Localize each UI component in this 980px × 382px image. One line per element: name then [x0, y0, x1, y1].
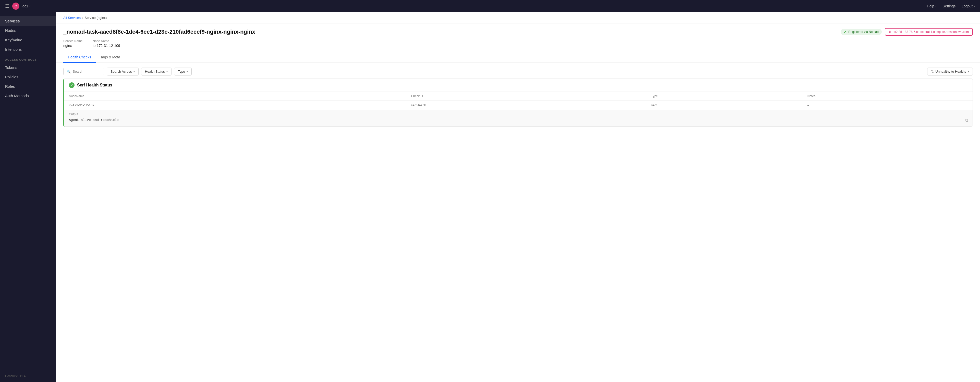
service-meta: Service Name nginx Node Name ip-172-31-1… [56, 36, 980, 52]
type-label: Type [178, 70, 185, 73]
health-checks-list: ✓ Serf Health Status NodeName CheckID Ty… [56, 79, 980, 134]
copy-icon: ⧉ [889, 30, 891, 34]
health-passing-icon: ✓ [69, 82, 75, 88]
chevron-down-icon: ▾ [29, 5, 30, 8]
main-content: All Services / Service (nginx) _nomad-ta… [56, 12, 980, 382]
health-card-body: NodeName CheckID Type Notes ip-172-31-12… [64, 92, 973, 127]
sidebar: Services Nodes Key/Value Intentions ACCE… [0, 12, 56, 382]
access-controls-section-label: ACCESS CONTROLS [0, 54, 56, 63]
node-name-group: Node Name ip-172-31-12-109 [93, 39, 120, 48]
sidebar-item-intentions[interactable]: Intentions [0, 44, 56, 54]
node-name-label: Node Name [93, 39, 120, 43]
type-col-header: Type [646, 92, 803, 101]
type-dropdown[interactable]: Type ▾ [174, 68, 192, 76]
check-circle-icon: ✔ [844, 30, 847, 34]
page-title: _nomad-task-aaed8f8e-1dc4-6ee1-d23c-210f… [63, 29, 838, 35]
menu-toggle-icon[interactable]: ☰ [5, 3, 9, 9]
consul-logo: C [12, 3, 19, 10]
node-name-col-header: NodeName [64, 92, 407, 101]
search-across-dropdown[interactable]: Search Across ▾ [107, 68, 138, 76]
sidebar-item-auth-methods[interactable]: Auth Methods [0, 91, 56, 100]
health-status-dropdown[interactable]: Health Status ▾ [141, 68, 172, 76]
tab-tags-meta[interactable]: Tags & Meta [96, 52, 125, 63]
registered-badge-label: Registered via Nomad [848, 30, 879, 34]
health-check-table: NodeName CheckID Type Notes ip-172-31-12… [64, 92, 973, 110]
chevron-down-icon: ▾ [134, 70, 135, 73]
health-check-title: Serf Health Status [77, 83, 112, 87]
breadcrumb-all-services[interactable]: All Services [63, 16, 81, 20]
chevron-down-icon: ▾ [935, 5, 937, 8]
page-header: _nomad-task-aaed8f8e-1dc4-6ee1-d23c-210f… [56, 24, 980, 36]
breadcrumb-current: Service (nginx) [85, 16, 107, 20]
aws-address-badge[interactable]: ⧉ ec2-35-183-78-6.ca-central-1.compute.a… [885, 28, 973, 36]
datacenter-selector[interactable]: dc1 ▾ [22, 4, 30, 8]
table-row: ip-172-31-12-109 serfHealth serf – [64, 101, 973, 110]
service-name-value: nginx [63, 44, 72, 48]
registered-via-nomad-badge: ✔ Registered via Nomad [841, 29, 882, 35]
search-input-wrap: 🔍 [63, 68, 104, 75]
sidebar-item-services[interactable]: Services [0, 16, 56, 26]
output-text: Agent alive and reachable [69, 118, 119, 122]
service-name-label: Service Name [63, 39, 83, 43]
sidebar-item-roles[interactable]: Roles [0, 82, 56, 91]
check-id-cell: serfHealth [407, 101, 647, 110]
service-name-group: Service Name nginx [63, 39, 83, 48]
node-name-cell: ip-172-31-12-109 [64, 101, 407, 110]
breadcrumb-separator: / [82, 16, 83, 20]
aws-address-label: ec2-35-183-78-6.ca-central-1.compute.ama… [893, 30, 969, 34]
logout-link[interactable]: Logout ▾ [962, 4, 975, 8]
search-input[interactable] [73, 70, 101, 73]
output-label: Output [64, 110, 973, 117]
tab-bar: Health Checks Tags & Meta [56, 52, 980, 63]
sidebar-item-tokens[interactable]: Tokens [0, 63, 56, 72]
table-header-row: NodeName CheckID Type Notes [64, 92, 973, 101]
sort-label: Unhealthy to Healthy [935, 70, 966, 73]
health-card-header: ✓ Serf Health Status [64, 79, 973, 92]
help-link[interactable]: Help ▾ [927, 4, 937, 8]
chevron-down-icon: ▾ [186, 70, 188, 73]
settings-link[interactable]: Settings [943, 4, 956, 8]
filters-bar: 🔍 Search Across ▾ Health Status ▾ Type ▾… [56, 63, 980, 79]
sidebar-item-key-value[interactable]: Key/Value [0, 35, 56, 44]
chevron-down-icon: ▾ [166, 70, 168, 73]
node-name-value: ip-172-31-12-109 [93, 44, 120, 48]
search-icon: 🔍 [67, 70, 71, 73]
breadcrumb: All Services / Service (nginx) [56, 12, 980, 24]
check-id-col-header: CheckID [407, 92, 647, 101]
chevron-down-icon: ▾ [974, 5, 975, 8]
sort-icon: ⇅ [931, 70, 934, 73]
datacenter-label: dc1 [22, 4, 28, 8]
notes-col-header: Notes [803, 92, 973, 101]
consul-icon: C [12, 3, 19, 10]
type-cell: serf [646, 101, 803, 110]
health-check-card: ✓ Serf Health Status NodeName CheckID Ty… [63, 79, 973, 127]
sidebar-item-policies[interactable]: Policies [0, 72, 56, 82]
sort-button[interactable]: ⇅ Unhealthy to Healthy ▾ [927, 68, 973, 76]
health-output-section: Output Agent alive and reachable ⧉ [64, 110, 973, 127]
health-status-label: Health Status [145, 70, 165, 73]
sidebar-item-nodes[interactable]: Nodes [0, 26, 56, 35]
tab-health-checks[interactable]: Health Checks [63, 52, 96, 63]
top-navigation: ☰ C dc1 ▾ Help ▾ Settings Logout ▾ [0, 0, 980, 12]
consul-version: Consul v1.11.4 [0, 370, 56, 382]
output-value-row: Agent alive and reachable ⧉ [64, 117, 973, 127]
chevron-down-icon: ▾ [968, 70, 969, 73]
notes-cell: – [803, 101, 973, 110]
copy-output-icon[interactable]: ⧉ [965, 118, 968, 123]
search-across-label: Search Across [110, 70, 132, 73]
